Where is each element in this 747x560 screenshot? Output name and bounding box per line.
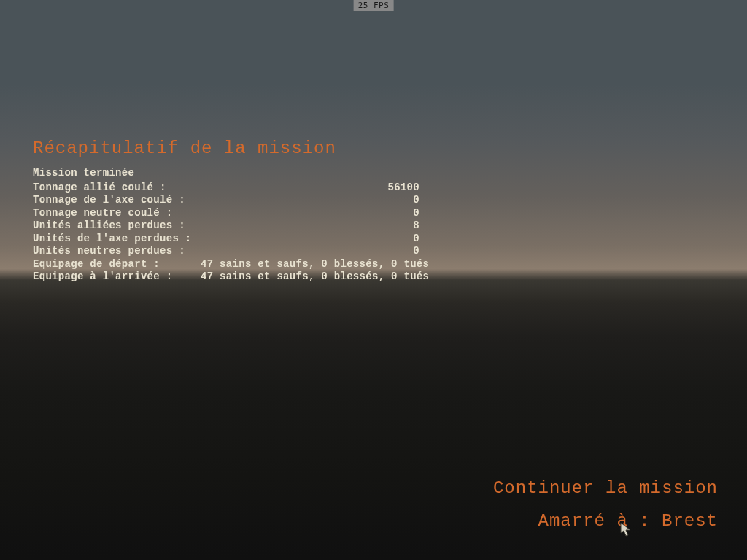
stat-label: Tonnage de l'axe coulé :	[33, 194, 201, 207]
stat-row: Tonnage de l'axe coulé : 0	[33, 194, 471, 207]
crew-label: Equipage de départ :	[33, 258, 201, 271]
stat-row: Tonnage allié coulé : 56100	[33, 182, 471, 195]
crew-row: Equipage de départ : 47 sains et saufs, …	[33, 258, 471, 271]
stat-value: 56100	[201, 182, 419, 195]
stat-row: Unités neutres perdues : 0	[33, 245, 471, 258]
stats-list: Tonnage allié coulé : 56100 Tonnage de l…	[33, 182, 471, 284]
stat-value: 8	[201, 219, 419, 233]
dock-at-port-button[interactable]: Amarré à : Brest	[493, 511, 718, 531]
stat-value: 0	[201, 194, 419, 207]
crew-label: Equipage à l'arrivée :	[33, 271, 201, 284]
stat-value: 0	[201, 207, 419, 220]
mission-summary-panel: Récapitulatif de la mission Mission term…	[33, 139, 471, 284]
crew-value: 47 sains et saufs, 0 blessés, 0 tués	[201, 258, 471, 271]
action-menu: Continuer la mission Amarré à : Brest	[493, 465, 718, 531]
crew-value: 47 sains et saufs, 0 blessés, 0 tués	[201, 271, 471, 284]
stat-label: Tonnage neutre coulé :	[33, 207, 201, 220]
crew-row: Equipage à l'arrivée : 47 sains et saufs…	[33, 271, 471, 284]
stat-row: Unités alliées perdues : 8	[33, 219, 471, 233]
stat-label: Unités neutres perdues :	[33, 245, 201, 258]
continue-mission-button[interactable]: Continuer la mission	[493, 478, 718, 498]
stat-label: Tonnage allié coulé :	[33, 182, 201, 195]
stat-label: Unités de l'axe perdues :	[33, 233, 201, 246]
stat-value: 0	[201, 245, 419, 258]
stat-row: Tonnage neutre coulé : 0	[33, 207, 471, 220]
panel-title: Récapitulatif de la mission	[33, 139, 471, 158]
fps-counter: 25 FPS	[354, 0, 394, 11]
mission-status: Mission terminée	[33, 167, 471, 180]
stat-row: Unités de l'axe perdues : 0	[33, 233, 471, 246]
stat-value: 0	[201, 233, 419, 246]
stat-label: Unités alliées perdues :	[33, 219, 201, 233]
